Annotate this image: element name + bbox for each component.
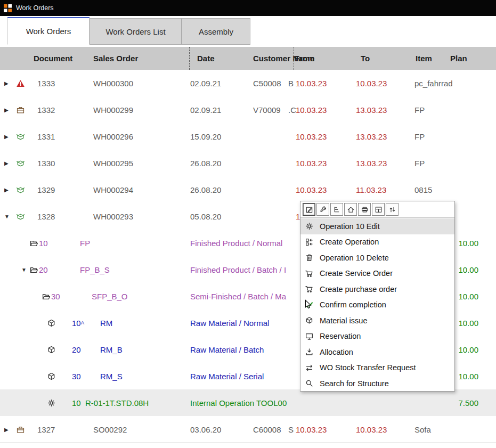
box-icon xyxy=(47,372,56,381)
document-number: 1329 xyxy=(37,176,55,203)
document-number: 1327 xyxy=(37,416,55,443)
workorder-row-1332[interactable]: ▶1332WH00029902.09.21V70009.C10.03.2313.… xyxy=(0,96,496,123)
expand-icon[interactable]: ▶ xyxy=(4,80,9,86)
panels-icon xyxy=(375,206,383,214)
sales-order: WH000294 xyxy=(93,176,133,203)
column-header-to[interactable]: To xyxy=(361,47,370,70)
menu-item-search-for-structure[interactable]: Search for Structure xyxy=(300,376,454,392)
customer-name-fragment: B xyxy=(288,70,296,96)
item-code: FP xyxy=(414,150,425,176)
status-icon-cell xyxy=(16,416,25,443)
from-date: 10.03.23 xyxy=(296,96,327,123)
status-icon-cell xyxy=(16,70,25,96)
sort-icon xyxy=(388,206,396,214)
to-date: 13.03.23 xyxy=(356,150,387,176)
collapse-icon[interactable]: ▼ xyxy=(21,267,27,273)
component-code: RM xyxy=(100,309,112,336)
toolbar-wrench-button[interactable] xyxy=(316,203,329,216)
toolbar-edit-button[interactable] xyxy=(303,203,315,216)
briefcase-icon xyxy=(16,425,25,434)
menu-item-label: Reservation xyxy=(320,332,361,340)
to-date: 10.03.23 xyxy=(356,416,387,443)
workorder-row-1330[interactable]: ▶1330WH00029526.08.2010.03.2313.03.23FP xyxy=(0,150,496,176)
column-header-from[interactable]: From xyxy=(295,47,315,70)
customer-name-fragment: S xyxy=(288,416,296,443)
column-splitter[interactable] xyxy=(189,47,190,70)
column-splitter[interactable] xyxy=(294,47,294,70)
column-header-plan[interactable]: Plan xyxy=(450,47,467,70)
menu-item-create-purchase-order[interactable]: Create purchase order xyxy=(300,281,454,297)
row-expander: ▶ xyxy=(4,70,9,96)
document-number: 1332 xyxy=(37,96,55,123)
open-box-icon xyxy=(16,212,25,221)
workorder-row-1329[interactable]: ▶1329WH00029426.08.2010.03.2311.03.23081… xyxy=(0,176,496,203)
item-code: FP xyxy=(414,96,425,123)
folder-icon xyxy=(42,292,51,301)
menu-item-reservation[interactable]: Reservation xyxy=(300,329,454,345)
expand-icon[interactable]: ▶ xyxy=(4,107,9,113)
structure-row-r-01-1t-std-08h[interactable]: 10R-01-1T.STD.08HInternal Operation TOOL… xyxy=(0,389,496,416)
printer-icon xyxy=(361,206,369,214)
menu-item-label: Allocation xyxy=(320,348,353,356)
toolbar-sort-button[interactable] xyxy=(386,203,399,216)
tab-work-orders-list[interactable]: Work Orders List xyxy=(90,18,182,45)
expand-icon[interactable]: ▶ xyxy=(4,187,9,193)
wrench-icon xyxy=(319,206,327,214)
toolbar-panels-button[interactable] xyxy=(372,203,385,216)
from-date: 10.03.23 xyxy=(296,176,327,203)
tab-label: Work Orders List xyxy=(105,27,165,36)
menu-item-allocation[interactable]: Allocation xyxy=(300,344,454,360)
row-expander: ▶ xyxy=(4,123,9,150)
toolbar-home-button[interactable] xyxy=(344,203,357,216)
row-expander: ▶ xyxy=(4,96,9,123)
expand-icon[interactable]: ▶ xyxy=(4,427,9,433)
context-menu-items: Operation 10 EditCreate OperationOperati… xyxy=(300,218,454,391)
type-icon-cell xyxy=(47,336,56,363)
plan-quantity: 10.00 xyxy=(458,363,478,389)
open-box-icon xyxy=(16,185,25,194)
menu-item-material-issue[interactable]: Material issue xyxy=(300,313,454,329)
menu-item-operation-10-delete[interactable]: Operation 10 Delete xyxy=(300,250,454,266)
toolbar-printer-button[interactable] xyxy=(358,203,371,216)
workorder-row-1331[interactable]: ▶1331WH00029615.09.2010.03.2313.03.23FP xyxy=(0,123,496,150)
menu-item-create-operation[interactable]: Create Operation xyxy=(300,234,454,250)
workorder-row-1327[interactable]: ▶1327SO0029203.06.20C60008S10.03.2310.03… xyxy=(0,416,496,443)
toolbar-hierarchy-button[interactable] xyxy=(330,203,343,216)
document-number: 1333 xyxy=(37,70,55,96)
tab-strip: Work Orders Work Orders List Assembly xyxy=(0,17,496,45)
status-icon-cell xyxy=(16,150,25,176)
menu-item-create-service-order[interactable]: Create Service Order xyxy=(300,266,454,282)
plan-quantity: 10.00 xyxy=(458,309,478,336)
tab-work-orders[interactable]: Work Orders xyxy=(7,18,90,45)
column-header-date[interactable]: Date xyxy=(197,47,215,70)
expand-icon[interactable]: ▶ xyxy=(4,134,9,140)
open-box-icon xyxy=(16,159,25,168)
from-date: 10.03.23 xyxy=(296,70,327,96)
column-header-item[interactable]: Item xyxy=(416,47,432,70)
tab-assembly[interactable]: Assembly xyxy=(182,18,250,45)
app-logo-icon xyxy=(4,4,12,12)
sales-order: WH000295 xyxy=(93,150,133,176)
workorder-row-1333[interactable]: ▶1333WH00030002.09.21C50008B10.03.2310.0… xyxy=(0,70,496,96)
item-code: pc_fahrrad xyxy=(414,70,453,96)
line-number: 10A xyxy=(72,309,84,336)
description: Semi-Finished / Batch / Ma xyxy=(190,283,286,309)
menu-item-wo-stock-transfer-request[interactable]: WO Stock Transfer Request xyxy=(300,360,454,376)
row-expander: ▶ xyxy=(4,150,9,176)
column-header-document[interactable]: Document xyxy=(34,47,72,70)
collapse-icon[interactable]: ▼ xyxy=(4,214,10,219)
status-icon-cell xyxy=(16,96,25,123)
document-number: 1331 xyxy=(37,123,55,150)
column-header-sales-order[interactable]: Sales Order xyxy=(93,47,138,70)
menu-item-label: Operation 10 Edit xyxy=(320,222,380,231)
type-icon-cell xyxy=(47,389,56,416)
briefcase-icon xyxy=(16,105,25,115)
type-icon-cell xyxy=(29,230,38,256)
expand-icon[interactable]: ▶ xyxy=(4,160,9,166)
description: Finished Product / Batch / I xyxy=(190,256,286,283)
type-icon-cell xyxy=(42,283,51,309)
menu-item-operation-10-edit[interactable]: Operation 10 Edit xyxy=(300,218,454,234)
menu-item-confirm-completion[interactable]: Confirm completion xyxy=(300,297,454,313)
document-number: 1328 xyxy=(37,203,55,230)
date: 05.08.20 xyxy=(190,203,221,230)
